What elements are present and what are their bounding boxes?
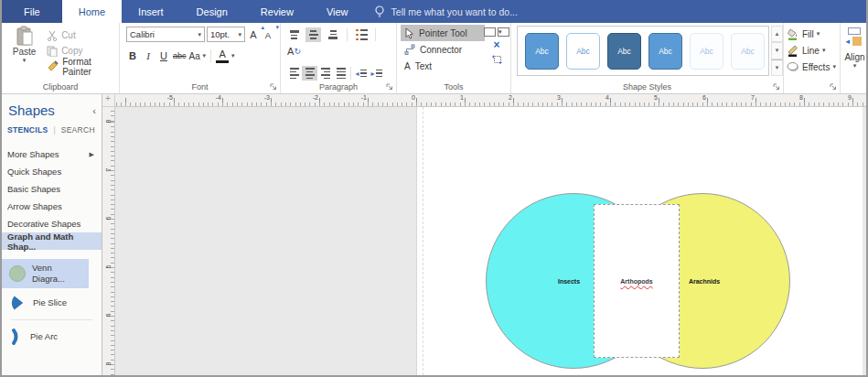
- gallery-scroll-down-button[interactable]: ▼: [771, 42, 783, 59]
- h-ruler-label: -4: [208, 94, 221, 101]
- connection-point-button[interactable]: ×: [493, 39, 499, 50]
- underline-button[interactable]: U: [157, 48, 170, 63]
- rectangle-icon: [484, 27, 496, 37]
- tab-separator: |: [53, 125, 55, 135]
- align-left-button[interactable]: [286, 66, 302, 81]
- collapse-panel-icon[interactable]: ‹: [92, 105, 96, 116]
- drawing-canvas-area: -5-4-3-2-10123456789 876543 Arthopods In…: [102, 94, 866, 375]
- group-font: Calibri ▾ 10pt. ▾ A▴ A▾ B I U abc Aa ▾ A…: [120, 23, 281, 93]
- line-button[interactable]: Line ▾: [787, 42, 840, 59]
- gallery-scroll-up-button[interactable]: ▲: [771, 26, 783, 42]
- grow-font-button[interactable]: A▴: [247, 27, 260, 42]
- sidebar-item-graph-math-shapes[interactable]: Graph and Math Shap...: [2, 232, 102, 250]
- visio-window: File Home Insert Design Review View Tell…: [0, 0, 868, 377]
- rectangle-dropdown-icon: ▾: [498, 27, 509, 37]
- paragraph-group-label: Paragraph: [281, 82, 396, 92]
- h-ruler-label: 9: [838, 94, 852, 101]
- text-tool-icon: A: [404, 61, 411, 71]
- rectangle-tool-button[interactable]: ▾: [484, 27, 509, 37]
- tab-review[interactable]: Review: [244, 0, 310, 23]
- paragraph-dialog-launcher[interactable]: [386, 83, 393, 91]
- sidebar-item-more-shapes[interactable]: More Shapes▶: [2, 145, 102, 163]
- shrink-font-button[interactable]: A▾: [262, 27, 274, 42]
- cut-button[interactable]: Cut: [45, 27, 119, 43]
- stencil-shape-pie-slice[interactable]: Pie Slice: [2, 290, 89, 316]
- v-ruler-label: 4: [105, 311, 112, 320]
- text-direction-button[interactable]: A↻: [286, 44, 302, 59]
- change-case-button[interactable]: Aa ▾: [189, 48, 207, 63]
- h-ruler-label: 7: [741, 94, 755, 101]
- shape-styles-dialog-launcher[interactable]: [773, 83, 780, 91]
- align-right-button[interactable]: [317, 66, 333, 81]
- decrease-indent-button[interactable]: ◂: [353, 66, 369, 81]
- italic-button[interactable]: I: [142, 48, 155, 63]
- vertical-ruler[interactable]: 876543: [102, 107, 115, 375]
- shape-style-option-5[interactable]: Abc: [690, 33, 723, 70]
- justify-button[interactable]: [333, 66, 348, 81]
- align-button[interactable]: Align: [844, 52, 864, 62]
- font-size-combo[interactable]: 10pt. ▾: [207, 27, 245, 42]
- pointer-icon: [404, 27, 414, 39]
- stencil-shape-venn-diagram[interactable]: VennDiagra...: [2, 259, 89, 288]
- venn-overlap-textbox[interactable]: Arthopods: [594, 204, 680, 358]
- tools-group-label: Tools: [397, 82, 510, 92]
- lightbulb-icon: [374, 5, 385, 18]
- h-ruler-label: 1: [450, 94, 464, 101]
- align-top-button[interactable]: [286, 27, 302, 42]
- v-ruler-label: 7: [105, 166, 112, 175]
- align-bottom-button[interactable]: [326, 27, 341, 42]
- text-tool-button[interactable]: A Text: [401, 58, 485, 74]
- effects-label: Effects: [802, 62, 830, 72]
- connector-label: Connector: [420, 45, 462, 55]
- shape-styles-group-label: Shape Styles: [511, 82, 783, 92]
- fill-button[interactable]: Fill ▾: [787, 26, 840, 42]
- gallery-more-button[interactable]: ▼: [771, 59, 783, 76]
- tab-stencils[interactable]: STENCILS: [7, 125, 48, 135]
- align-center-button[interactable]: [302, 66, 317, 81]
- shape-style-option-2[interactable]: Abc: [566, 33, 600, 70]
- sidebar-item-arrow-shapes[interactable]: Arrow Shapes: [2, 198, 102, 215]
- tab-search[interactable]: SEARCH: [61, 125, 95, 135]
- ribbon-tab-bar: File Home Insert Design Review View Tell…: [2, 0, 866, 23]
- cut-icon: [47, 30, 58, 41]
- tell-me-box[interactable]: Tell me what you want to do...: [374, 0, 518, 23]
- font-dialog-launcher[interactable]: [270, 83, 277, 91]
- fill-dropdown-icon: ▾: [817, 30, 820, 38]
- overlap-label: Arthopods: [620, 278, 652, 285]
- tab-insert[interactable]: Insert: [122, 0, 180, 23]
- effects-dropdown-icon: ▾: [832, 63, 836, 70]
- paste-label: Paste: [13, 47, 37, 57]
- format-painter-button[interactable]: Format Painter: [45, 59, 119, 74]
- connector-button[interactable]: Connector: [401, 41, 485, 58]
- pie-slice-shape-icon: [9, 294, 27, 312]
- tab-view[interactable]: View: [310, 0, 365, 23]
- paste-dropdown-icon: ▾: [23, 57, 27, 64]
- tab-design[interactable]: Design: [180, 0, 244, 23]
- bold-button[interactable]: B: [126, 48, 139, 63]
- tab-file[interactable]: File: [2, 0, 62, 23]
- sidebar-item-decorative-shapes[interactable]: Decorative Shapes: [2, 215, 102, 232]
- text-block-button[interactable]: [491, 53, 503, 65]
- sidebar-item-basic-shapes[interactable]: Basic Shapes: [2, 180, 102, 198]
- clipboard-group-label: Clipboard: [2, 82, 119, 92]
- bullets-button[interactable]: [354, 27, 370, 42]
- font-name-combo[interactable]: Calibri ▾: [126, 27, 205, 42]
- sidebar-item-quick-shapes[interactable]: Quick Shapes: [2, 163, 102, 180]
- drawing-view[interactable]: Arthopods Insects Arachnids: [115, 107, 866, 375]
- line-label: Line: [802, 46, 820, 56]
- horizontal-ruler[interactable]: -5-4-3-2-10123456789: [115, 94, 866, 107]
- pointer-tool-button[interactable]: Pointer Tool: [401, 25, 485, 41]
- styling-dialog-launcher[interactable]: [830, 83, 837, 91]
- increase-indent-button[interactable]: ▸: [369, 66, 384, 81]
- strikethrough-button[interactable]: abc: [173, 48, 187, 63]
- align-middle-button[interactable]: [305, 27, 321, 42]
- shape-style-option-3[interactable]: Abc: [607, 33, 641, 70]
- shape-style-option-6[interactable]: Abc: [731, 33, 765, 70]
- shape-style-option-4[interactable]: Abc: [648, 33, 682, 70]
- stencil-shape-pie-arc[interactable]: Pie Arc: [2, 324, 89, 350]
- shape-style-option-1[interactable]: Abc: [525, 33, 559, 70]
- tab-home[interactable]: Home: [62, 0, 122, 23]
- effects-button[interactable]: Effects ▾: [787, 59, 840, 75]
- font-color-dropdown-icon[interactable]: ▾: [231, 52, 235, 59]
- font-color-button[interactable]: A: [216, 48, 229, 63]
